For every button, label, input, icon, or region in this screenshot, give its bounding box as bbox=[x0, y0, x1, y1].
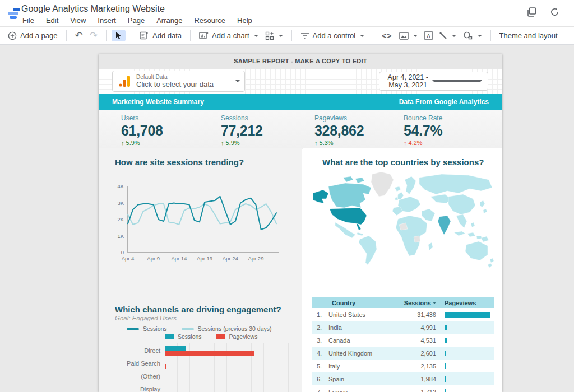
country-shape bbox=[355, 178, 364, 183]
chevron-down-icon bbox=[235, 80, 240, 82]
category-label: Direct bbox=[144, 347, 160, 354]
scorecard-users: Users61,708↑ 5.9% bbox=[121, 114, 163, 146]
category-label: (Other) bbox=[141, 373, 160, 380]
chevron-down-icon bbox=[452, 35, 456, 37]
report-canvas: SAMPLE REPORT - MAKE A COPY TO EDIT Defa… bbox=[0, 45, 574, 392]
add-chart-button[interactable]: Add a chart bbox=[196, 30, 262, 41]
embed-button[interactable]: <> bbox=[378, 30, 395, 42]
column-header-pageviews[interactable]: Pageviews bbox=[436, 300, 494, 306]
country-united-states bbox=[330, 208, 367, 225]
table-row: 4.United Kingdom2,601 bbox=[312, 347, 494, 360]
community-viz-icon bbox=[265, 31, 274, 40]
country-mexico bbox=[335, 222, 355, 238]
copy-report-icon[interactable] bbox=[527, 7, 536, 17]
line-icon bbox=[439, 32, 447, 40]
table-row: 5.Italy2,135 bbox=[312, 360, 494, 372]
table-row: 1.United States31,436 bbox=[312, 308, 494, 321]
report-title[interactable]: Google Analytics Marketing Website bbox=[21, 4, 165, 14]
summary-source: Data From Google Analytics bbox=[399, 98, 489, 106]
trend-chart-legend: SessionsSessions (previous 30 days) bbox=[127, 325, 272, 332]
country-china bbox=[448, 194, 475, 214]
date-range-selector[interactable]: Apr 4, 2021 - May 3, 2021 bbox=[379, 72, 488, 91]
country-shape bbox=[456, 214, 467, 228]
chevron-down-icon bbox=[279, 35, 283, 37]
country-shape bbox=[422, 209, 435, 221]
country-shape bbox=[480, 200, 485, 207]
menu-item-view[interactable]: View bbox=[70, 16, 86, 25]
channel-row: Display bbox=[99, 383, 293, 392]
column-header-country[interactable]: Country bbox=[312, 300, 401, 306]
data-source-hint: Click to select your data bbox=[136, 80, 234, 88]
add-chart-icon bbox=[199, 31, 209, 40]
add-page-button[interactable]: Add a page bbox=[4, 30, 61, 42]
google-analytics-icon bbox=[117, 74, 132, 88]
community-visualizations-button[interactable] bbox=[262, 30, 286, 42]
summary-header-bar: Marketing Website Summary Data From Goog… bbox=[99, 94, 502, 110]
world-geo-heatmap bbox=[309, 171, 496, 269]
country-alaska bbox=[313, 190, 328, 203]
countries-table: Country Sessions Pageviews 1.United Stat… bbox=[312, 297, 494, 392]
pageviews-bar bbox=[445, 376, 446, 382]
refresh-icon[interactable] bbox=[550, 7, 559, 17]
undo-button[interactable]: ↶ bbox=[72, 30, 86, 41]
continent-south-america bbox=[359, 236, 377, 265]
continent-africa bbox=[396, 216, 427, 256]
menu-item-insert[interactable]: Insert bbox=[98, 16, 116, 25]
menu-item-resource[interactable]: Resource bbox=[194, 16, 225, 25]
country-shape bbox=[395, 186, 401, 192]
pageviews-bar bbox=[445, 312, 490, 318]
column-header-sessions[interactable]: Sessions bbox=[401, 300, 436, 306]
pageviews-bar bbox=[165, 351, 254, 356]
channels-chart-subtitle: Goal: Engaged Users bbox=[115, 315, 177, 321]
menu-item-arrange[interactable]: Arrange bbox=[156, 16, 182, 25]
svg-text:Apr 9: Apr 9 bbox=[147, 255, 160, 262]
chevron-down-icon bbox=[413, 35, 418, 37]
menu-item-edit[interactable]: Edit bbox=[46, 16, 58, 25]
country-shape bbox=[471, 222, 475, 227]
pageviews-bar bbox=[165, 390, 165, 392]
pageviews-bar bbox=[445, 351, 446, 356]
pageviews-bar bbox=[165, 364, 166, 369]
data-source-selector[interactable]: Default Data Click to select your data bbox=[112, 71, 245, 92]
svg-text:0: 0 bbox=[121, 249, 124, 255]
shape-tool-button[interactable] bbox=[460, 30, 485, 41]
add-data-button[interactable]: Add data bbox=[136, 30, 185, 41]
data-source-name: Default Data bbox=[136, 74, 234, 80]
sessions-bar bbox=[165, 358, 165, 363]
menu-item-page[interactable]: Page bbox=[128, 16, 145, 25]
country-canada bbox=[328, 183, 371, 208]
section-divider bbox=[107, 291, 293, 291]
insert-image-button[interactable] bbox=[396, 30, 421, 41]
report-page: SAMPLE REPORT - MAKE A COPY TO EDIT Defa… bbox=[99, 54, 502, 392]
sessions-bar bbox=[165, 384, 165, 389]
select-cursor-button[interactable] bbox=[112, 30, 126, 41]
country-shape bbox=[343, 176, 353, 182]
add-control-button[interactable]: Add a control bbox=[297, 30, 368, 41]
pageviews-bar bbox=[445, 338, 447, 343]
chevron-down-icon bbox=[478, 35, 482, 37]
redo-button[interactable]: ↷ bbox=[86, 30, 101, 41]
theme-layout-button[interactable]: Theme and layout bbox=[496, 30, 561, 41]
svg-text:Apr 29: Apr 29 bbox=[248, 255, 263, 262]
table-body: 1.United States31,4362.India4,9913.Canad… bbox=[312, 308, 494, 392]
category-label: Display bbox=[140, 386, 160, 392]
text-box-button[interactable]: A bbox=[421, 30, 436, 41]
svg-text:2K: 2K bbox=[117, 216, 124, 222]
trend-chart-title: How are site sessions trending? bbox=[115, 157, 244, 167]
sessions-bar bbox=[165, 346, 186, 351]
country-shape bbox=[467, 232, 475, 237]
channels-chart-legend: SessionsPageviews bbox=[165, 333, 257, 340]
app-window: Google Analytics Marketing Website FileE… bbox=[0, 0, 574, 392]
svg-text:Apr 14: Apr 14 bbox=[171, 255, 187, 262]
line-tool-button[interactable] bbox=[436, 30, 460, 41]
pageviews-bar bbox=[445, 363, 446, 369]
country-shape bbox=[488, 263, 492, 268]
category-label: Paid Search bbox=[127, 360, 160, 367]
legend-item: Sessions (previous 30 days) bbox=[182, 325, 272, 332]
menu-item-help[interactable]: Help bbox=[237, 16, 252, 25]
channel-row: Paid Search bbox=[99, 357, 293, 370]
menu-item-file[interactable]: File bbox=[22, 16, 34, 25]
pageviews-bar bbox=[445, 389, 446, 392]
country-shape bbox=[490, 258, 494, 263]
country-shape bbox=[414, 236, 420, 242]
